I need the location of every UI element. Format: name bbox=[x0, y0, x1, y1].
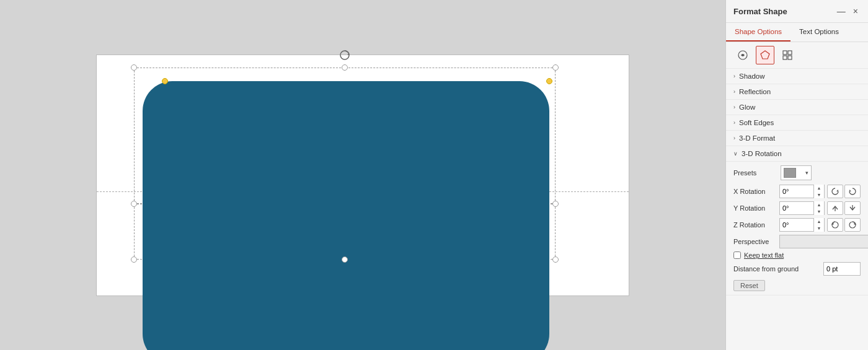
z-rotation-ccw[interactable] bbox=[827, 218, 843, 232]
section-soft-edges[interactable]: › Soft Edges bbox=[726, 115, 868, 131]
y-rotation-label: Y Rotation bbox=[733, 204, 777, 212]
handle-top-left[interactable] bbox=[131, 64, 137, 71]
chevron-3d-rotation: ∨ bbox=[733, 151, 738, 157]
svg-rect-5 bbox=[788, 51, 792, 55]
perspective-input[interactable] bbox=[780, 238, 868, 245]
icon-row bbox=[726, 42, 868, 69]
svg-marker-9 bbox=[849, 190, 851, 191]
handle-yellow-left[interactable] bbox=[162, 78, 168, 84]
tab-text-options[interactable]: Text Options bbox=[790, 23, 848, 42]
z-rotation-spin-up[interactable]: ▲ bbox=[814, 218, 824, 225]
z-rotation-spinners: ▲ ▼ bbox=[813, 218, 824, 232]
keep-text-flat-label[interactable]: Keep text flat bbox=[744, 252, 784, 259]
svg-marker-3 bbox=[761, 51, 769, 59]
y-rotation-input-wrap: ▲ ▼ bbox=[779, 201, 825, 215]
perspective-row: Perspective ▲ ▼ bbox=[733, 235, 861, 248]
presets-dropdown[interactable]: ▾ bbox=[781, 165, 812, 180]
section-3d-rotation-label: 3-D Rotation bbox=[742, 150, 782, 157]
presets-chevron: ▾ bbox=[805, 170, 808, 176]
panel-tabs: Shape Options Text Options bbox=[726, 23, 868, 42]
keep-text-flat-row: Keep text flat bbox=[733, 252, 861, 259]
y-rotation-input[interactable] bbox=[780, 202, 813, 214]
handle-mid-left[interactable] bbox=[131, 201, 137, 207]
chevron-glow: › bbox=[733, 104, 735, 110]
chevron-3d-format: › bbox=[733, 135, 735, 141]
section-3d-rotation-content: Presets ▾ X Rotation ▲ ▼ bbox=[726, 162, 868, 295]
shape-wrapper[interactable] bbox=[134, 68, 556, 260]
x-rotation-actions bbox=[827, 185, 861, 198]
handle-top-center[interactable] bbox=[342, 64, 348, 71]
section-reflection-label: Reflection bbox=[739, 88, 771, 95]
svg-marker-8 bbox=[836, 190, 838, 191]
chevron-soft-edges: › bbox=[733, 120, 735, 126]
handle-bottom-left[interactable] bbox=[131, 256, 137, 263]
close-button[interactable]: × bbox=[851, 5, 861, 17]
handle-bottom-center[interactable] bbox=[342, 256, 348, 263]
effects-icon-btn[interactable] bbox=[756, 46, 774, 64]
presets-label: Presets bbox=[733, 169, 777, 177]
presets-row: Presets ▾ bbox=[733, 165, 861, 180]
reset-button[interactable]: Reset bbox=[733, 280, 765, 291]
fill-line-icon-btn[interactable] bbox=[733, 46, 752, 64]
chevron-shadow: › bbox=[733, 73, 735, 79]
y-rotation-spin-up[interactable]: ▲ bbox=[814, 201, 824, 208]
x-rotation-label: X Rotation bbox=[733, 188, 777, 195]
section-3d-rotation[interactable]: ∨ 3-D Rotation bbox=[726, 146, 868, 162]
panel-header: Format Shape — × bbox=[726, 0, 868, 23]
z-rotation-row: Z Rotation ▲ ▼ bbox=[733, 218, 861, 232]
handle-mid-right[interactable] bbox=[552, 201, 559, 207]
slide-container bbox=[96, 55, 629, 296]
z-rotation-input[interactable] bbox=[780, 219, 813, 231]
z-rotation-spin-down[interactable]: ▼ bbox=[814, 225, 824, 232]
minimize-button[interactable]: — bbox=[835, 5, 848, 17]
distance-input[interactable] bbox=[824, 265, 868, 273]
section-reflection[interactable]: › Reflection bbox=[726, 84, 868, 100]
x-rotation-spin-down[interactable]: ▼ bbox=[814, 191, 824, 198]
section-glow-label: Glow bbox=[739, 103, 755, 111]
x-rotation-spinners: ▲ ▼ bbox=[813, 185, 824, 198]
distance-from-ground-row: Distance from ground ▲ ▼ bbox=[733, 262, 861, 276]
distance-input-wrap: ▲ ▼ bbox=[823, 262, 861, 276]
chevron-reflection: › bbox=[733, 89, 735, 95]
y-rotation-up[interactable] bbox=[827, 201, 843, 215]
canvas-area bbox=[0, 0, 725, 350]
y-rotation-spinners: ▲ ▼ bbox=[813, 201, 824, 215]
presets-swatch bbox=[784, 168, 796, 178]
y-rotation-row: Y Rotation ▲ ▼ bbox=[733, 201, 861, 215]
svg-rect-7 bbox=[788, 56, 792, 59]
section-shadow-label: Shadow bbox=[739, 72, 765, 80]
y-rotation-down[interactable] bbox=[844, 201, 861, 215]
rotation-handle[interactable] bbox=[339, 49, 351, 61]
teal-shape[interactable] bbox=[143, 81, 549, 351]
perspective-input-wrap bbox=[779, 235, 868, 248]
section-glow[interactable]: › Glow bbox=[726, 100, 868, 115]
x-rotation-input-wrap: ▲ ▼ bbox=[779, 185, 825, 198]
distance-label: Distance from ground bbox=[733, 265, 821, 273]
handle-bottom-right[interactable] bbox=[552, 256, 559, 263]
tab-shape-options[interactable]: Shape Options bbox=[726, 23, 790, 42]
section-3d-format[interactable]: › 3-D Format bbox=[726, 131, 868, 146]
layout-icon-btn[interactable] bbox=[778, 46, 797, 64]
svg-rect-6 bbox=[783, 56, 787, 59]
section-3d-format-label: 3-D Format bbox=[739, 134, 775, 142]
x-rotation-row: X Rotation ▲ ▼ bbox=[733, 185, 861, 198]
y-rotation-actions bbox=[827, 201, 861, 215]
x-rotation-spin-up[interactable]: ▲ bbox=[814, 185, 824, 191]
x-rotation-clockwise[interactable] bbox=[844, 185, 861, 198]
keep-text-flat-checkbox[interactable] bbox=[733, 252, 741, 259]
x-rotation-counterclockwise[interactable] bbox=[827, 185, 843, 198]
perspective-label: Perspective bbox=[733, 238, 777, 245]
panel-header-icons: — × bbox=[835, 5, 861, 17]
panel-title: Format Shape bbox=[733, 7, 787, 16]
right-panel: Format Shape — × Shape Options Text Opti… bbox=[725, 0, 868, 350]
handle-yellow-right[interactable] bbox=[546, 78, 552, 84]
z-rotation-actions bbox=[827, 218, 861, 232]
section-shadow[interactable]: › Shadow bbox=[726, 69, 868, 84]
svg-rect-4 bbox=[783, 51, 787, 55]
z-rotation-cw[interactable] bbox=[844, 218, 861, 232]
z-rotation-input-wrap: ▲ ▼ bbox=[779, 218, 825, 232]
section-soft-edges-label: Soft Edges bbox=[739, 119, 774, 126]
handle-top-right[interactable] bbox=[552, 64, 559, 71]
x-rotation-input[interactable] bbox=[780, 185, 813, 198]
y-rotation-spin-down[interactable]: ▼ bbox=[814, 208, 824, 215]
